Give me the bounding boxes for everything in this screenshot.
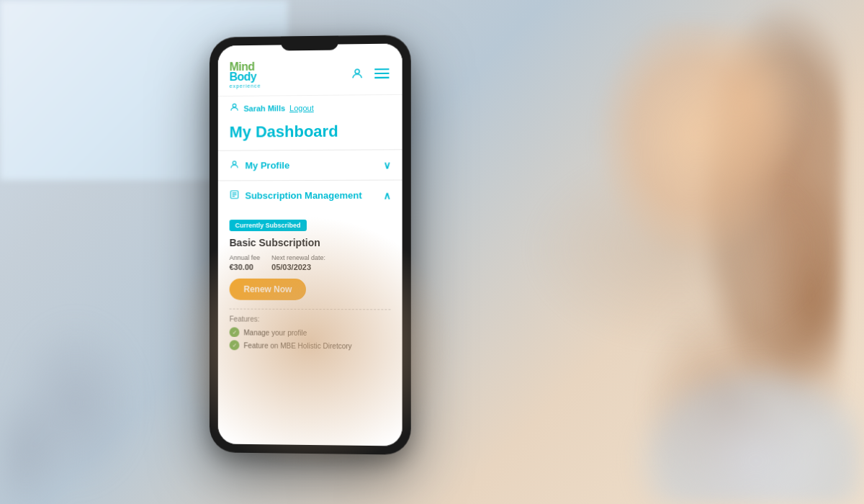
logo-experience: experience — [230, 84, 261, 89]
renewal-label: Next renewal date: — [271, 254, 325, 261]
phone-notch — [281, 35, 338, 50]
user-name: Sarah Mills — [243, 104, 285, 112]
woman-background — [396, 0, 864, 504]
woman-shoulder — [504, 288, 864, 504]
renew-now-button[interactable]: Renew Now — [230, 279, 307, 300]
profile-icon — [230, 160, 240, 172]
subscription-header-left: Subscription Management — [230, 189, 362, 202]
subscription-icon — [230, 189, 240, 202]
phone-wrapper: Mind Body experience — [210, 35, 411, 455]
feature-check-icon-2: ✓ — [230, 340, 240, 350]
profile-header-left: My Profile — [230, 159, 290, 171]
features-divider — [230, 309, 391, 310]
feature-item-1: ✓ Manage your profile — [230, 327, 391, 338]
app-header: Mind Body experience — [218, 43, 402, 96]
dashboard-title: My Dashboard — [218, 119, 402, 150]
annual-fee-label: Annual fee — [230, 254, 261, 261]
phone-device: Mind Body experience — [210, 35, 411, 455]
profile-accordion-header[interactable]: My Profile ∨ — [218, 150, 402, 180]
feature-text-1: Manage your profile — [243, 328, 307, 336]
phone-screen: Mind Body experience — [218, 43, 402, 446]
subscription-section: Subscription Management ∧ Currently Subs… — [218, 179, 402, 364]
profile-chevron: ∨ — [383, 159, 390, 171]
svg-point-0 — [355, 69, 359, 73]
annual-fee-group: Annual fee €30.00 — [230, 254, 261, 271]
subscription-content: Currently Subscribed Basic Subscription … — [218, 210, 402, 364]
annual-fee-value: €30.00 — [230, 263, 261, 271]
feature-text-2: Feature on MBE Holistic Diretcory — [243, 341, 351, 350]
subscription-name: Basic Subscription — [230, 237, 391, 248]
subscription-label: Subscription Management — [245, 190, 361, 201]
features-label: Features: — [230, 315, 391, 324]
svg-point-5 — [233, 161, 236, 165]
renewal-date-group: Next renewal date: 05/03/2023 — [271, 254, 325, 271]
svg-point-4 — [233, 104, 236, 107]
user-account-icon[interactable] — [348, 65, 366, 82]
header-icons — [348, 65, 390, 83]
logo-area: Mind Body experience — [230, 61, 261, 89]
app-content: Mind Body experience — [218, 43, 402, 446]
hamburger-menu-icon[interactable] — [373, 65, 390, 82]
subscription-accordion-header[interactable]: Subscription Management ∧ — [218, 181, 402, 211]
subscription-details: Annual fee €30.00 Next renewal date: 05/… — [230, 254, 391, 271]
logout-link[interactable]: Logout — [289, 103, 314, 112]
feature-item-2: ✓ Feature on MBE Holistic Diretcory — [230, 340, 391, 351]
feature-check-icon-1: ✓ — [230, 327, 240, 337]
currently-subscribed-badge: Currently Subscribed — [230, 220, 307, 231]
user-bar-icon — [230, 102, 240, 114]
profile-section: My Profile ∨ — [218, 149, 402, 180]
subscription-chevron: ∧ — [383, 189, 390, 201]
logo-body: Body — [230, 71, 257, 83]
profile-label: My Profile — [245, 160, 289, 171]
renewal-value: 05/03/2023 — [271, 263, 325, 271]
user-bar: Sarah Mills Logout — [218, 95, 402, 120]
